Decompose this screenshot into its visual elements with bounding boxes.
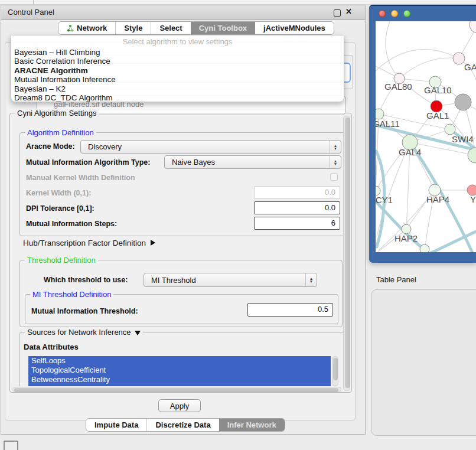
node-label-y: Y [470, 194, 476, 204]
tab-label: Network [77, 24, 107, 32]
mi-steps-label: Mutual Information Steps: [26, 220, 117, 228]
tab-select[interactable]: Select [151, 22, 190, 34]
network-node[interactable] [468, 148, 476, 163]
hub-definition-label: Hub/Transcription Factor Definition [23, 239, 146, 247]
top-toolbar-strip [0, 0, 476, 5]
settings-horizontal-scrollbar[interactable] [12, 387, 341, 392]
network-edge [386, 21, 399, 79]
algorithm-option-aracne-algorithm[interactable]: ARACNE Algorithm [11, 66, 344, 75]
attribute-item-gal4rgexp[interactable]: gal4RGexp [28, 384, 331, 386]
screen: Control Panel ✕ Inference Algorithm Tabl… [0, 0, 476, 450]
node-label-hap2: HAP2 [395, 233, 418, 243]
tab-cyni-toolbox[interactable]: Cyni Toolbox [191, 22, 255, 34]
tab-label: Discretize Data [155, 420, 210, 429]
kernel-width-label: Kernel Width (0,1): [26, 189, 91, 197]
tab-label: Select [159, 24, 182, 32]
algorithm-dropdown-popup: Select algorithm to view settings Bayesi… [11, 35, 344, 102]
dpi-tolerance-label: DPI Tolerance [0,1]: [26, 204, 94, 213]
combo-spinner-icon: ▲▼ [305, 273, 317, 286]
node-label-swi4: SWI4 [452, 134, 474, 144]
attribute-item-selfloops[interactable]: SelfLoops [28, 356, 331, 366]
aracne-mode-value: Discovery [88, 142, 122, 151]
sources-title-wrap[interactable]: Sources for Network Inference [25, 328, 143, 337]
aracne-mode-combo[interactable]: Discovery ▲▼ [80, 140, 341, 154]
network-edge [399, 58, 459, 79]
partial-corner-icon[interactable] [4, 441, 18, 450]
manual-kernel-checkbox[interactable] [330, 173, 338, 181]
node-label-gal11: GAL11 [376, 119, 400, 129]
collapse-caret-icon [135, 331, 141, 335]
network-node[interactable] [455, 94, 471, 110]
tab-jactivemnodules[interactable]: jActiveMNodules [255, 22, 334, 34]
float-icon[interactable] [334, 9, 341, 17]
algorithm-dropdown-placeholder: Select algorithm to view settings [11, 35, 344, 48]
node-label-hap4: HAP4 [426, 194, 449, 204]
window-zoom-button[interactable] [403, 10, 410, 17]
network-node[interactable] [470, 21, 476, 33]
data-attributes-label: Data Attributes [24, 343, 79, 351]
node-label-gal4: GAL4 [399, 147, 421, 157]
mi-threshold-field[interactable]: 0.5 [247, 303, 333, 317]
table-panel-title: Table Panel [376, 275, 416, 284]
mi-type-label: Mutual Information Algorithm Type: [26, 158, 150, 167]
which-threshold-value: MI Threshold [151, 276, 196, 285]
tab-impute-data[interactable]: Impute Data [86, 419, 146, 431]
which-threshold-combo[interactable]: MI Threshold ▲▼ [144, 273, 317, 287]
control-panel-title: Control Panel [8, 8, 54, 17]
network-node[interactable] [420, 244, 429, 252]
algorithm-option-dream8-dc-tdc-algorithm[interactable]: Dream8 DC_TDC Algorithm [11, 93, 344, 102]
node-label-gcy1: GCY1 [376, 195, 393, 205]
control-panel: Control Panel ✕ Inference Algorithm Tabl… [1, 5, 366, 435]
algorithm-option-basic-correlation-inference[interactable]: Basic Correlation Inference [11, 57, 344, 66]
network-node-gal11[interactable] [376, 109, 384, 119]
attribute-list[interactable]: SelfLoopsTopologicalCoefficientBetweenne… [28, 356, 331, 386]
threshold-definition-title: Threshold Definition [25, 256, 98, 265]
network-canvas-svg: GALGAL80GAL10GAL1GAL11SWI4GAL4GCY1HAP4YH… [376, 21, 476, 252]
mi-threshold-definition-title: MI Threshold Definition [30, 290, 113, 299]
tab-label: Infer Network [227, 420, 276, 429]
network-node-gal[interactable] [453, 53, 465, 64]
table-panel: ⚙ ✓✓ shared...nameA YDL19...YDL19...13YD… [371, 289, 476, 436]
window-minimize-button[interactable] [391, 10, 398, 17]
hub-definition-expander[interactable]: Hub/Transcription Factor Definition [23, 239, 155, 247]
threshold-definition-group: Threshold Definition Which threshold to … [19, 260, 343, 327]
bottom-tab-strip: Impute DataDiscretize DataInfer Network [86, 418, 285, 432]
node-label-gal10: GAL10 [424, 85, 452, 95]
mi-threshold-definition-group: MI Threshold Definition Mutual Informati… [25, 294, 338, 324]
network-node-swi4[interactable] [445, 124, 455, 135]
kernel-width-field[interactable]: 0.0 [254, 186, 340, 199]
mi-threshold-label: Mutual Information Threshold: [31, 307, 138, 315]
node-label-gal: GAL [464, 62, 476, 72]
tab-label: jActiveMNodules [263, 24, 325, 32]
apply-button[interactable]: Apply [158, 399, 201, 412]
tab-discretize-data[interactable]: Discretize Data [146, 419, 219, 431]
node-label-gal1: GAL1 [426, 110, 449, 120]
window-close-button[interactable] [379, 10, 386, 17]
tab-network[interactable]: Network [58, 22, 115, 34]
top-tab-strip: NetworkStyleSelectCyni ToolboxjActiveMNo… [58, 21, 334, 35]
aracne-mode-label: Aracne Mode: [26, 142, 75, 151]
tab-style[interactable]: Style [115, 22, 151, 34]
mi-type-combo[interactable]: Naive Bayes ▲▼ [164, 155, 341, 169]
sources-title: Sources for Network Inference [27, 328, 131, 337]
algorithm-option-bayesian-hill-climbing[interactable]: Bayesian – Hill Climbing [11, 48, 344, 57]
manual-kernel-label: Manual Kernel Width Definition [26, 174, 135, 182]
tab-infer-network[interactable]: Infer Network [219, 419, 285, 431]
attribute-list-scrollbar[interactable] [332, 356, 338, 386]
attribute-item-topologicalcoefficient[interactable]: TopologicalCoefficient [28, 366, 331, 375]
dpi-tolerance-field[interactable]: 0.0 [254, 201, 340, 214]
network-node-gcy1[interactable] [376, 186, 380, 195]
settings-vertical-scrollbar[interactable] [343, 116, 350, 391]
combo-spinner-icon: ▲▼ [330, 156, 341, 168]
node-label-gal80: GAL80 [384, 81, 412, 92]
network-node-hap2[interactable] [402, 224, 411, 234]
close-icon[interactable]: ✕ [345, 7, 352, 16]
network-canvas[interactable]: GALGAL80GAL10GAL1GAL11SWI4GAL4GCY1HAP4YH… [376, 21, 476, 252]
algorithm-list: Bayesian – Hill ClimbingBasic Correlatio… [11, 48, 344, 102]
expander-caret-icon [151, 240, 155, 246]
mi-steps-field[interactable]: 6 [254, 217, 340, 230]
attribute-item-betweennesscentrality[interactable]: BetweennessCentrality [28, 375, 331, 384]
algorithm-option-mutual-information-inference[interactable]: Mutual Information Inference [11, 75, 344, 84]
algorithm-option-bayesian-k2[interactable]: Bayesian – K2 [11, 84, 344, 93]
which-threshold-label: Which threshold to use: [44, 276, 128, 284]
